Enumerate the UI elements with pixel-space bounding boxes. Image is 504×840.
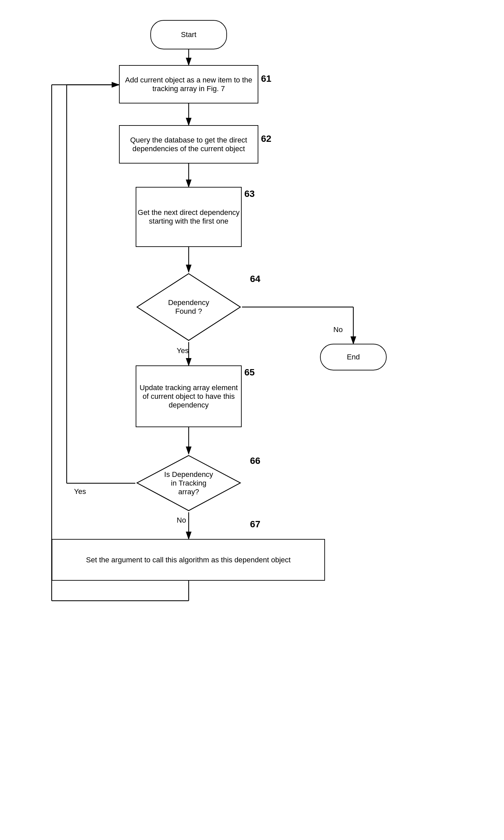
step62-number: 62 [261,134,271,144]
step65-number: 65 [244,367,255,378]
step63-node: Get the next direct dependency starting … [136,187,242,247]
start-node: Start [150,20,227,49]
end-label: End [347,353,360,361]
step61-node: Add current object as a new item to the … [119,65,258,103]
step67-label: Set the argument to call this algorithm … [86,556,291,564]
step64-number: 64 [250,274,260,284]
step66-number: 66 [250,456,260,466]
step64-label: Dependency Found ? [165,298,212,316]
step64-node: Dependency Found ? [135,272,242,342]
step66-label: Is Dependency in Tracking array? [162,470,215,496]
no1-label: No [333,325,343,334]
step63-number: 63 [244,189,255,199]
end-node: End [320,344,387,371]
step65-node: Update tracking array element of current… [136,365,242,427]
step61-label: Add current object as a new item to the … [120,76,258,93]
step61-number: 61 [261,73,271,84]
step67-node: Set the argument to call this algorithm … [52,539,325,581]
yes1-label: Yes [177,346,189,355]
step66-node: Is Dependency in Tracking array? [135,454,242,512]
step62-label: Query the database to get the direct dep… [120,136,258,153]
diagram-container: Start Add current object as a new item t… [0,0,504,840]
step65-label: Update tracking array element of current… [136,383,241,410]
step63-label: Get the next direct dependency starting … [136,208,241,226]
no2-label: No [177,516,186,525]
yes2-label: Yes [74,487,86,496]
start-label: Start [181,30,196,39]
step62-node: Query the database to get the direct dep… [119,125,258,164]
step67-number: 67 [250,519,260,530]
